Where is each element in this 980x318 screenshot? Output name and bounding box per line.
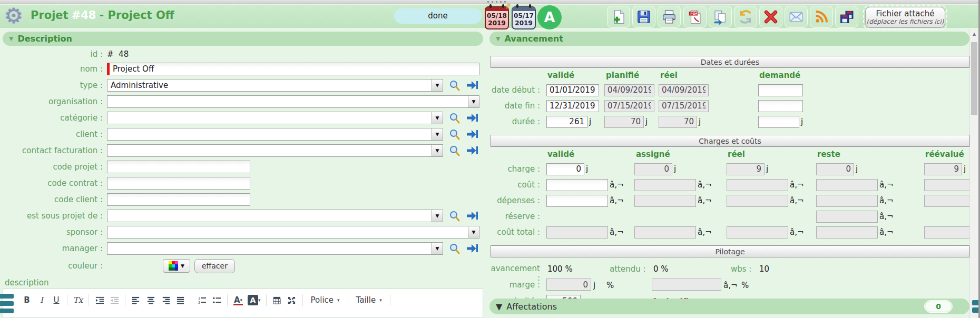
- goto-icon[interactable]: [466, 210, 478, 222]
- reserve-input: [816, 211, 878, 223]
- contact-facturation-select[interactable]: ▼: [107, 144, 443, 157]
- text-color-button[interactable]: A▾: [231, 293, 245, 307]
- code-client-input[interactable]: [107, 193, 250, 206]
- description-editor[interactable]: B I U Tx 12 A▾ A▾: [3, 289, 483, 318]
- scroll-up-arrow-icon[interactable]: ▲: [970, 29, 978, 38]
- clear-color-button[interactable]: effacer: [194, 259, 235, 273]
- search-icon[interactable]: [448, 210, 461, 222]
- pane-toggler[interactable]: [0, 294, 14, 313]
- italic-button[interactable]: I: [35, 293, 48, 307]
- dropdown-arrow-icon[interactable]: ▼: [468, 96, 479, 107]
- dropdown-arrow-icon[interactable]: ▼: [432, 210, 443, 222]
- export-pdf-button[interactable]: PDF: [683, 6, 707, 28]
- search-icon[interactable]: [448, 128, 461, 141]
- search-icon[interactable]: [448, 242, 461, 255]
- align-justify-button[interactable]: [173, 293, 187, 307]
- refresh-icon: [738, 9, 753, 25]
- delete-button[interactable]: [759, 6, 782, 28]
- vertical-scrollbar[interactable]: ▲: [969, 29, 978, 318]
- scrollbar-thumb[interactable]: [971, 42, 977, 115]
- avancement-section-header[interactable]: ▼ Avancement: [489, 32, 969, 46]
- goto-icon[interactable]: [466, 79, 478, 92]
- manager-select[interactable]: ▼: [107, 242, 443, 255]
- color-picker-button[interactable]: ▼: [163, 259, 190, 273]
- cout-total-reste-input: [816, 226, 878, 238]
- rss-button[interactable]: [810, 6, 833, 28]
- update-date-calendar-icon: 05/17 2019: [512, 6, 536, 29]
- underline-button[interactable]: U: [50, 293, 63, 307]
- sponsor-select[interactable]: ▼: [107, 226, 479, 238]
- date-fin-demande-input[interactable]: [758, 100, 803, 112]
- field-row-categorie: catégorie : ▼: [3, 111, 483, 125]
- collapse-triangle-icon[interactable]: ▼: [496, 35, 500, 42]
- goto-icon[interactable]: [466, 144, 478, 157]
- indent-button[interactable]: [93, 293, 106, 307]
- bg-color-button[interactable]: A▾: [246, 293, 262, 307]
- organisation-select[interactable]: ▼: [107, 95, 479, 108]
- dropdown-arrow-icon[interactable]: ▼: [432, 243, 443, 254]
- align-right-button[interactable]: [159, 293, 172, 307]
- dropdown-arrow-icon[interactable]: ▼: [468, 226, 479, 238]
- avancement-panel: ▼ Avancement Dates et durées validé plan…: [489, 32, 971, 318]
- client-select[interactable]: ▼: [107, 128, 443, 141]
- goto-icon[interactable]: [466, 242, 478, 255]
- maximize-button[interactable]: [285, 293, 299, 307]
- email-button[interactable]: [785, 6, 808, 28]
- dates-subsection-header: Dates et durées: [491, 56, 969, 68]
- dropdown-arrow-icon: ▼: [181, 263, 184, 269]
- save-icon: [636, 9, 652, 25]
- date-fin-valide-input[interactable]: [546, 100, 599, 112]
- affectations-section-header[interactable]: ▼ Affectations 0: [489, 299, 969, 314]
- attach-file-button[interactable]: Fichier attaché (déplacer les fichiers i…: [865, 7, 945, 28]
- size-select[interactable]: Taille▾: [352, 295, 386, 305]
- collapse-triangle-icon[interactable]: ▼: [9, 35, 13, 42]
- goto-icon[interactable]: [466, 112, 478, 124]
- splitter-grip-icon[interactable]: [487, 1, 506, 3]
- collapse-triangle-icon[interactable]: ▼: [496, 302, 502, 312]
- type-select[interactable]: Administrative ▼: [107, 79, 443, 92]
- ordered-list-button[interactable]: 12: [195, 293, 209, 307]
- dropdown-arrow-icon[interactable]: ▼: [432, 145, 443, 156]
- charge-valide-input[interactable]: [546, 163, 584, 175]
- save-button[interactable]: [632, 6, 655, 28]
- bold-button[interactable]: B: [20, 293, 34, 307]
- description-section-header[interactable]: ▼ Description: [3, 32, 483, 46]
- cout-reel-input: [727, 179, 788, 191]
- charges-column-headers: validé assigné réel reste réévalué: [489, 150, 971, 160]
- search-icon[interactable]: [448, 112, 461, 124]
- dropdown-arrow-icon[interactable]: ▼: [432, 112, 443, 124]
- remove-format-button[interactable]: Tx: [71, 293, 85, 307]
- date-debut-demande-input[interactable]: [758, 84, 803, 96]
- new-button[interactable]: [607, 6, 630, 28]
- cout-valide-input[interactable]: [546, 179, 608, 191]
- search-icon[interactable]: [448, 144, 461, 157]
- title-entity: Projet: [31, 9, 68, 22]
- align-left-button[interactable]: [129, 293, 143, 307]
- duree-valide-input[interactable]: [546, 116, 587, 128]
- color-bar: [233, 304, 243, 305]
- cout-reste-input: [816, 179, 878, 191]
- code-projet-input[interactable]: [107, 161, 250, 173]
- checkpoint-button[interactable]: [835, 6, 858, 28]
- dropdown-arrow-icon[interactable]: ▼: [432, 80, 443, 91]
- date-debut-valide-input[interactable]: [546, 84, 599, 96]
- search-icon[interactable]: [448, 79, 461, 92]
- duree-demande-input[interactable]: [758, 116, 799, 128]
- bullet-list-button[interactable]: [210, 293, 223, 307]
- dropdown-arrow-icon[interactable]: ▼: [432, 128, 443, 140]
- goto-icon[interactable]: [466, 128, 478, 141]
- print-button[interactable]: [658, 6, 681, 28]
- cout-total-reel-input: [727, 226, 788, 238]
- font-select[interactable]: Police▾: [307, 295, 344, 305]
- code-contrat-input[interactable]: [107, 177, 250, 190]
- parent-project-select[interactable]: ▼: [107, 210, 443, 222]
- top-resize-strip[interactable]: [0, 0, 980, 4]
- copy-button[interactable]: [709, 6, 732, 28]
- outdent-button[interactable]: [107, 293, 121, 307]
- categorie-select[interactable]: ▼: [107, 112, 443, 124]
- table-button[interactable]: [270, 293, 284, 307]
- depenses-valide-input[interactable]: [546, 195, 608, 207]
- nom-input[interactable]: [107, 63, 479, 75]
- align-center-button[interactable]: [144, 293, 158, 307]
- refresh-button[interactable]: [734, 6, 757, 28]
